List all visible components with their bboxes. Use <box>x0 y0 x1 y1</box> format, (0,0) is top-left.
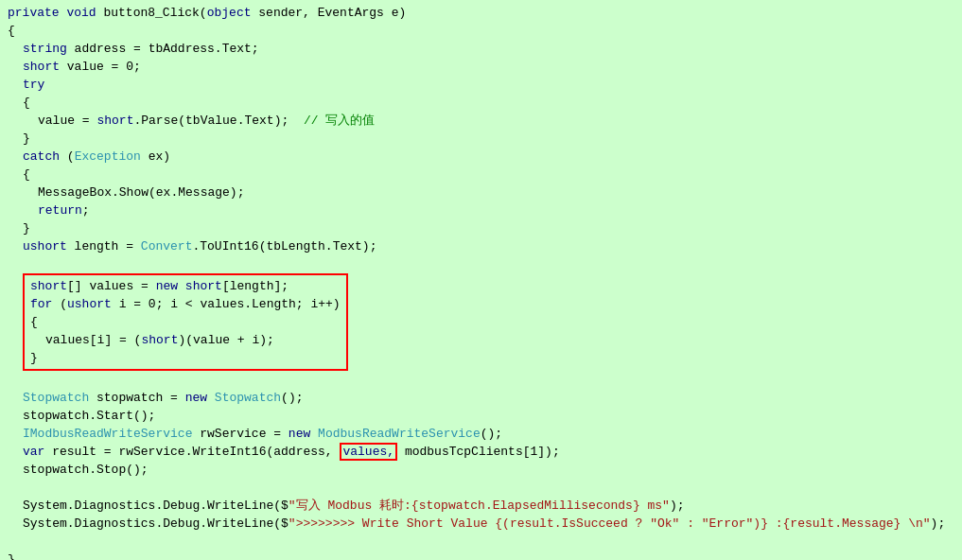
code-line: catch (Exception ex) <box>8 148 954 166</box>
code-line: } <box>8 130 954 148</box>
code-line: string address = tbAddress.Text; <box>8 40 954 58</box>
code-editor: private void button8_Click(object sender… <box>0 0 962 560</box>
code-line <box>8 533 954 551</box>
code-line: { <box>8 166 954 184</box>
code-line: } <box>30 349 341 367</box>
code-line: } <box>8 551 954 560</box>
code-line <box>8 479 954 497</box>
code-line: ushort length = Convert.ToUInt16(tbLengt… <box>8 237 954 255</box>
code-line: short value = 0; <box>8 58 954 76</box>
code-line: IModbusReadWriteService rwService = new … <box>8 425 954 443</box>
code-line: return; <box>8 201 954 219</box>
code-line: short[] values = new short[length]; <box>30 277 341 295</box>
code-line: System.Diagnostics.Debug.WriteLine($"写入 … <box>8 497 954 515</box>
code-line <box>8 371 954 389</box>
code-line: stopwatch.Stop(); <box>8 461 954 479</box>
code-line: for (ushort i = 0; i < values.Length; i+… <box>30 295 341 313</box>
code-line: MessageBox.Show(ex.Message); <box>8 184 954 201</box>
highlighted-code-block: short[] values = new short[length]; for … <box>23 273 348 371</box>
code-line: value = short.Parse(tbValue.Text); // 写入… <box>8 112 954 130</box>
code-line: try <box>8 76 954 94</box>
highlighted-values-param: values, <box>340 443 397 461</box>
code-line: } <box>8 219 954 237</box>
code-line: private void button8_Click(object sender… <box>8 4 954 22</box>
code-line: { <box>8 94 954 112</box>
code-line: { <box>30 313 341 331</box>
code-line: { <box>8 22 954 40</box>
code-line: values[i] = (short)(value + i); <box>30 331 341 349</box>
code-line <box>8 255 954 273</box>
code-line: System.Diagnostics.Debug.WriteLine($">>>… <box>8 515 954 533</box>
code-line: var result = rwService.WriteInt16(addres… <box>8 443 954 461</box>
code-line: Stopwatch stopwatch = new Stopwatch(); <box>8 389 954 407</box>
code-line: stopwatch.Start(); <box>8 407 954 425</box>
